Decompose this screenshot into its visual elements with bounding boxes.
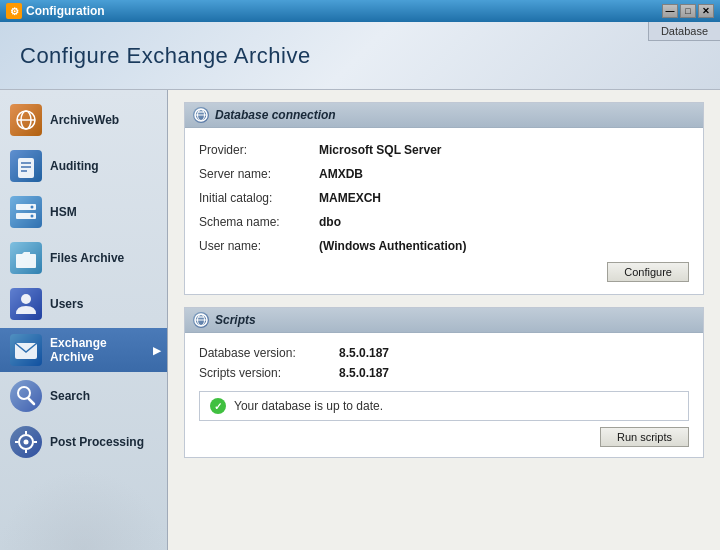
database-connection-section: Database connection Provider: Microsoft … <box>184 102 704 295</box>
provider-row: Provider: Microsoft SQL Server <box>199 138 689 162</box>
title-bar-buttons: — □ ✕ <box>662 4 714 18</box>
svg-rect-5 <box>18 158 34 178</box>
initial-catalog-value: MAMEXCH <box>319 191 381 205</box>
svg-point-17 <box>21 294 31 304</box>
sidebar-item-hsm[interactable]: HSM <box>0 190 167 234</box>
svg-point-13 <box>31 215 34 218</box>
scripts-icon <box>193 312 209 328</box>
minimize-button[interactable]: — <box>662 4 678 18</box>
svg-point-20 <box>10 380 42 412</box>
sidebar-item-search[interactable]: Search <box>0 374 167 418</box>
svg-rect-15 <box>16 254 36 268</box>
svg-point-12 <box>31 206 34 209</box>
database-connection-icon <box>193 107 209 123</box>
post-processing-label: Post Processing <box>50 435 144 449</box>
db-version-label: Database version: <box>199 346 339 360</box>
exchange-archive-icon <box>10 334 42 366</box>
main-panel: Database connection Provider: Microsoft … <box>168 90 720 550</box>
files-archive-icon <box>10 242 42 274</box>
scripts-section: Scripts Database version: 8.5.0.187 Scri… <box>184 307 704 458</box>
user-name-value: (Windows Authentication) <box>319 239 466 253</box>
initial-catalog-row: Initial catalog: MAMEXCH <box>199 186 689 210</box>
sidebar-item-files-archive[interactable]: Files Archive <box>0 236 167 280</box>
post-processing-icon <box>10 426 42 458</box>
database-connection-body: Provider: Microsoft SQL Server Server na… <box>185 128 703 294</box>
auditing-icon <box>10 150 42 182</box>
provider-label: Provider: <box>199 143 319 157</box>
search-label: Search <box>50 389 90 403</box>
database-tab[interactable]: Database <box>648 22 720 41</box>
schema-name-label: Schema name: <box>199 215 319 229</box>
close-button[interactable]: ✕ <box>698 4 714 18</box>
scripts-version-label: Scripts version: <box>199 366 339 380</box>
schema-name-row: Schema name: dbo <box>199 210 689 234</box>
sidebar-item-archiveweb[interactable]: ArchiveWeb <box>0 98 167 142</box>
content-area: ArchiveWeb Auditing <box>0 90 720 550</box>
sidebar-item-users[interactable]: Users <box>0 282 167 326</box>
main-window: Configure Exchange Archive Database Arch… <box>0 22 720 550</box>
title-bar-text: Configuration <box>26 4 662 18</box>
archiveweb-icon <box>10 104 42 136</box>
sidebar: ArchiveWeb Auditing <box>0 90 168 550</box>
provider-value: Microsoft SQL Server <box>319 143 441 157</box>
scripts-title: Scripts <box>215 313 256 327</box>
db-version-row: Database version: 8.5.0.187 <box>199 343 689 363</box>
status-text: Your database is up to date. <box>234 399 383 413</box>
scripts-version-row: Scripts version: 8.5.0.187 <box>199 363 689 383</box>
svg-rect-9 <box>10 196 42 228</box>
users-icon <box>10 288 42 320</box>
user-name-label: User name: <box>199 239 319 253</box>
hsm-label: HSM <box>50 205 77 219</box>
header: Configure Exchange Archive Database <box>0 22 720 90</box>
run-scripts-row: Run scripts <box>199 427 689 447</box>
database-connection-title: Database connection <box>215 108 336 122</box>
users-label: Users <box>50 297 83 311</box>
scripts-body: Database version: 8.5.0.187 Scripts vers… <box>185 333 703 457</box>
svg-point-25 <box>24 440 29 445</box>
page-title: Configure Exchange Archive <box>20 43 311 69</box>
auditing-label: Auditing <box>50 159 99 173</box>
app-icon: ⚙ <box>6 3 22 19</box>
user-name-row: User name: (Windows Authentication) <box>199 234 689 258</box>
title-bar: ⚙ Configuration — □ ✕ <box>0 0 720 22</box>
initial-catalog-label: Initial catalog: <box>199 191 319 205</box>
server-name-value: AMXDB <box>319 167 363 181</box>
database-connection-header: Database connection <box>185 103 703 128</box>
scripts-header: Scripts <box>185 308 703 333</box>
configure-button[interactable]: Configure <box>607 262 689 282</box>
sidebar-item-auditing[interactable]: Auditing <box>0 144 167 188</box>
archiveweb-label: ArchiveWeb <box>50 113 119 127</box>
sidebar-item-post-processing[interactable]: Post Processing <box>0 420 167 464</box>
search-icon <box>10 380 42 412</box>
maximize-button[interactable]: □ <box>680 4 696 18</box>
schema-name-value: dbo <box>319 215 341 229</box>
scripts-version-value: 8.5.0.187 <box>339 366 389 380</box>
sidebar-item-exchange-archive[interactable]: ExchangeArchive ▶ <box>0 328 167 372</box>
status-box: ✓ Your database is up to date. <box>199 391 689 421</box>
run-scripts-button[interactable]: Run scripts <box>600 427 689 447</box>
db-version-value: 8.5.0.187 <box>339 346 389 360</box>
server-name-label: Server name: <box>199 167 319 181</box>
active-arrow: ▶ <box>153 345 161 356</box>
exchange-archive-label: ExchangeArchive <box>50 336 107 365</box>
hsm-icon <box>10 196 42 228</box>
status-ok-icon: ✓ <box>210 398 226 414</box>
configure-btn-row: Configure <box>199 258 689 284</box>
files-archive-label: Files Archive <box>50 251 124 265</box>
server-name-row: Server name: AMXDB <box>199 162 689 186</box>
